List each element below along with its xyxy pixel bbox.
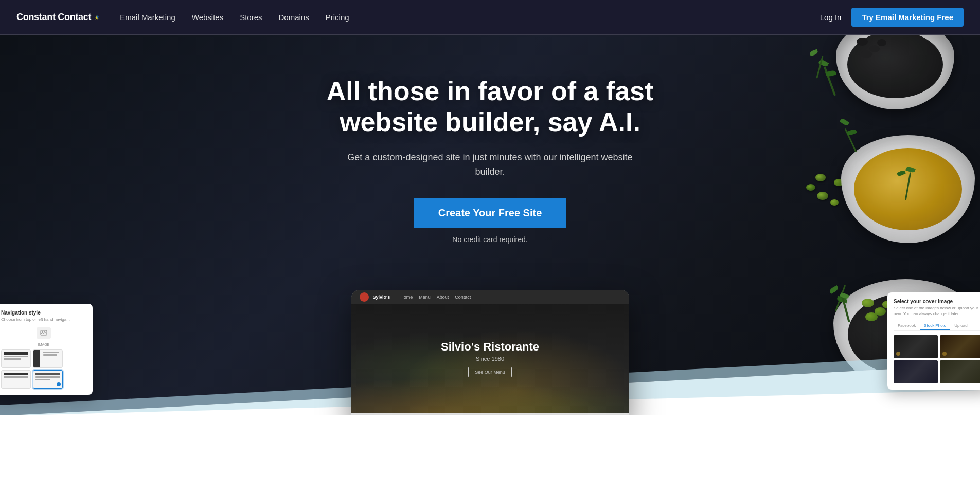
herb-stem-2 (816, 56, 824, 78)
nav-email-marketing[interactable]: Email Marketing (120, 13, 175, 22)
scattered-olive-2 (806, 184, 815, 191)
hero-section: All those in favor of a fast website bui… (0, 35, 980, 415)
cover-thumb-2[interactable] (940, 335, 980, 358)
herb-leaf-3 (809, 49, 818, 57)
logo-icon (94, 15, 99, 20)
laptop-screen-content: Silvio's Ristorante Since 1980 See Our M… (351, 304, 629, 413)
bowl-oil (841, 135, 975, 243)
nav-panel-subtitle: Choose from top or left hand naviga... (1, 317, 86, 322)
nav-websites[interactable]: Websites (192, 13, 223, 22)
main-nav: Email Marketing Websites Stores Domains … (120, 13, 349, 22)
selected-indicator (57, 382, 61, 386)
nav-icon-box (37, 327, 51, 339)
bottom-section (0, 415, 980, 477)
header-left: Constant Contact Email Marketing Website… (16, 12, 349, 23)
bowl-black-olives (836, 35, 954, 109)
header-right: Log In Try Email Marketing Free (820, 8, 964, 27)
create-free-site-button[interactable]: Create Your Free Site (414, 198, 567, 228)
cover-thumb-3[interactable] (894, 360, 938, 383)
nav-style-row-2 (1, 370, 86, 389)
nav-style-4[interactable] (33, 370, 63, 389)
laptop-nav-links: Home Menu About Contact (400, 294, 471, 300)
cover-tab-upload[interactable]: Upload (950, 322, 971, 330)
header: Constant Contact Email Marketing Website… (0, 0, 980, 35)
hero-content: All those in favor of a fast website bui… (316, 35, 664, 285)
scattered-olive-5 (830, 199, 839, 206)
nav-style-1[interactable] (1, 349, 31, 368)
laptop-screen: Sylvio's Home Menu About Contact Silvio'… (351, 290, 629, 413)
laptop-nav-contact: Contact (455, 294, 471, 300)
mockup-area: Navigation style Choose from top or left… (0, 290, 980, 415)
hero-subtitle: Get a custom-designed site in just minut… (336, 150, 645, 180)
hero-title: All those in favor of a fast website bui… (327, 76, 654, 138)
restaurant-since: Since 1980 (476, 356, 504, 362)
cover-image-panel: Select your cover image Select one of th… (887, 292, 980, 390)
header-divider (0, 34, 980, 34)
laptop-navbar: Sylvio's Home Menu About Contact (351, 290, 629, 304)
laptop-base (351, 413, 629, 415)
nav-style-2[interactable] (33, 349, 63, 368)
laptop-logo-icon (360, 292, 369, 302)
laptop-logo-text: Sylvio's (373, 294, 390, 300)
no-credit-text: No credit card required. (327, 235, 654, 244)
image-label: IMAGE (1, 343, 86, 346)
nav-panel-icons (1, 327, 86, 339)
laptop-nav-about: About (437, 294, 449, 300)
laptop-nav-home: Home (400, 294, 413, 300)
cover-panel-subtitle: Select one of the images below or upload… (894, 306, 980, 317)
nav-panel-styles (1, 349, 86, 389)
scattered-olive-1 (815, 174, 826, 181)
laptop-nav-menu: Menu (419, 294, 431, 300)
nav-panel-title: Navigation style (1, 310, 86, 316)
cover-tab-stock[interactable]: Stock Photo (920, 322, 950, 330)
logo-text: Constant Contact (16, 12, 91, 23)
nav-style-row-1 (1, 349, 86, 368)
logo[interactable]: Constant Contact (16, 12, 99, 23)
scattered-olive-3 (817, 192, 828, 200)
restaurant-name: Silvio's Ristorante (441, 340, 539, 354)
laptop-mockup: Sylvio's Home Menu About Contact Silvio'… (351, 290, 629, 415)
login-button[interactable]: Log In (820, 13, 842, 22)
cover-thumb-1[interactable] (894, 335, 938, 358)
cover-panel-tabs: Facebook Stock Photo Upload (894, 322, 980, 331)
nav-domains[interactable]: Domains (279, 13, 309, 22)
nav-style-3[interactable] (1, 370, 31, 389)
cover-tab-facebook[interactable]: Facebook (894, 322, 920, 330)
cover-panel-images (894, 335, 980, 383)
try-email-marketing-button[interactable]: Try Email Marketing Free (851, 8, 964, 27)
image-icon (40, 329, 47, 337)
laptop-menu-button[interactable]: See Our Menu (468, 367, 512, 377)
nav-style-panel: Navigation style Choose from top or left… (0, 304, 93, 395)
cover-panel-title: Select your cover image (894, 299, 980, 304)
cover-thumb-4[interactable] (940, 360, 980, 383)
nav-stores[interactable]: Stores (240, 13, 262, 22)
laptop-logo: Sylvio's (360, 292, 390, 302)
nav-pricing[interactable]: Pricing (326, 13, 349, 22)
